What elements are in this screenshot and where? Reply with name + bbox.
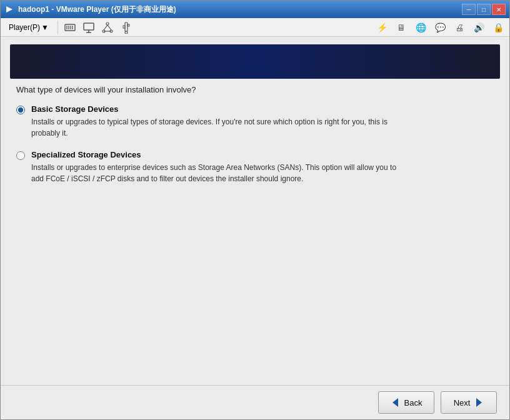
question-text: What type of devices will your installat… bbox=[16, 85, 494, 94]
back-label: Back bbox=[404, 398, 422, 408]
svg-rect-6 bbox=[84, 23, 94, 30]
toolbar-btn-share[interactable]: 💬 bbox=[431, 19, 449, 36]
option-specialized-desc: Installs or upgrades to enterprise devic… bbox=[31, 162, 406, 184]
option-basic: Basic Storage Devices Installs or upgrad… bbox=[16, 104, 494, 139]
svg-rect-2 bbox=[66, 26, 68, 29]
svg-point-16 bbox=[125, 31, 128, 34]
svg-rect-18 bbox=[128, 24, 129, 26]
svg-rect-15 bbox=[125, 22, 128, 31]
svg-line-12 bbox=[104, 25, 108, 30]
toolbar-btn-usb[interactable] bbox=[118, 19, 135, 36]
toolbar-btn-vm[interactable]: 🖥 bbox=[392, 19, 410, 36]
option-specialized-label: Specialized Storage Devices Installs or … bbox=[31, 150, 406, 184]
option-specialized: Specialized Storage Devices Installs or … bbox=[16, 150, 494, 184]
next-label: Next bbox=[454, 398, 471, 408]
svg-rect-3 bbox=[68, 26, 69, 29]
svg-marker-0 bbox=[6, 6, 12, 12]
window-title: hadoop1 - VMware Player (仅用于非商业用途) bbox=[18, 4, 462, 15]
window-icon bbox=[4, 4, 14, 14]
window-controls: ─ □ ✕ bbox=[462, 4, 506, 15]
option-basic-title: Basic Storage Devices bbox=[31, 104, 406, 114]
player-menu-arrow: ▼ bbox=[41, 23, 49, 32]
option-specialized-title: Specialized Storage Devices bbox=[31, 150, 406, 159]
next-arrow-icon bbox=[474, 398, 484, 408]
svg-rect-4 bbox=[70, 26, 71, 29]
restore-button[interactable]: □ bbox=[477, 4, 491, 15]
player-menu[interactable]: Player(P) ▼ bbox=[3, 21, 54, 34]
close-button[interactable]: ✕ bbox=[492, 4, 506, 15]
banner bbox=[10, 44, 500, 79]
main-window: hadoop1 - VMware Player (仅用于非商业用途) ─ □ ✕… bbox=[0, 0, 510, 420]
toolbar-btn-display[interactable] bbox=[80, 19, 98, 36]
next-arrow-shape bbox=[476, 398, 482, 407]
toolbar-separator-1 bbox=[58, 21, 58, 34]
toolbar-btn-web[interactable]: 🌐 bbox=[412, 19, 429, 36]
toolbar-btn-audio[interactable]: 🔊 bbox=[470, 19, 488, 36]
radio-specialized[interactable] bbox=[16, 151, 25, 160]
title-bar: hadoop1 - VMware Player (仅用于非商业用途) ─ □ ✕ bbox=[1, 1, 509, 18]
bottom-bar: Back Next bbox=[1, 385, 509, 419]
toolbar-btn-network[interactable] bbox=[99, 19, 116, 36]
content-area: What type of devices will your installat… bbox=[1, 85, 509, 385]
toolbar-btn-memory[interactable] bbox=[61, 19, 79, 36]
radio-basic-container bbox=[16, 106, 25, 116]
back-arrow-icon bbox=[391, 398, 401, 408]
back-arrow-shape bbox=[392, 398, 398, 407]
back-button[interactable]: Back bbox=[378, 391, 434, 414]
toolbar-btn-power[interactable]: ⚡ bbox=[373, 19, 391, 36]
toolbar-btn-lock[interactable]: 🔒 bbox=[489, 19, 507, 36]
toolbar-btn-print[interactable]: 🖨 bbox=[451, 19, 468, 36]
radio-specialized-container bbox=[16, 151, 25, 162]
menu-bar: Player(P) ▼ bbox=[1, 18, 509, 37]
next-button[interactable]: Next bbox=[441, 391, 497, 414]
option-basic-label: Basic Storage Devices Installs or upgrad… bbox=[31, 104, 406, 139]
minimize-button[interactable]: ─ bbox=[462, 4, 476, 15]
svg-line-13 bbox=[108, 25, 111, 30]
svg-rect-17 bbox=[123, 26, 125, 28]
radio-basic[interactable] bbox=[16, 106, 25, 114]
main-content: What type of devices will your installat… bbox=[1, 37, 509, 419]
svg-point-9 bbox=[106, 22, 109, 25]
toolbar-right: ⚡ 🖥 🌐 💬 🖨 🔊 🔒 bbox=[373, 19, 507, 36]
svg-rect-5 bbox=[72, 26, 73, 29]
player-menu-label: Player(P) bbox=[9, 23, 40, 32]
option-basic-desc: Installs or upgrades to typical types of… bbox=[31, 116, 406, 139]
